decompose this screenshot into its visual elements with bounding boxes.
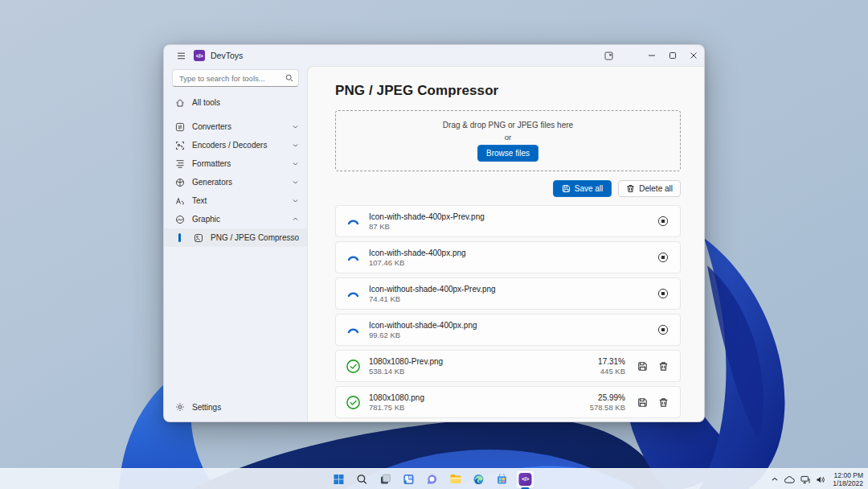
widgets-icon[interactable] xyxy=(399,471,417,488)
delete-file-button[interactable] xyxy=(654,393,672,411)
devtoys-glyph: </> xyxy=(518,473,531,486)
cancel-compression-button[interactable] xyxy=(654,212,672,230)
trash-icon xyxy=(626,184,635,193)
taskbar-clock[interactable]: 12:00 PM 1/18/2022 xyxy=(831,471,863,487)
file-size: 538.14 KB xyxy=(369,367,598,376)
network-icon[interactable] xyxy=(800,475,810,484)
sidebar: All tools Converters Encoders / Decoders xyxy=(164,66,307,421)
cancel-compression-button[interactable] xyxy=(654,249,672,266)
onedrive-icon[interactable] xyxy=(784,476,795,483)
save-all-button[interactable]: Save all xyxy=(553,180,612,197)
file-row: Icon-with-shade-400px-Prev.png 87 KB xyxy=(335,205,681,237)
progress-ring-icon xyxy=(346,250,361,265)
file-size: 781.75 KB xyxy=(369,403,590,413)
formatters-icon xyxy=(174,158,185,169)
compression-percent: 17.31% xyxy=(598,356,625,367)
hamburger-menu-icon[interactable] xyxy=(173,47,189,64)
chat-icon[interactable] xyxy=(423,471,440,488)
sidebar-item-text[interactable]: Text xyxy=(164,191,307,210)
progress-ring-icon xyxy=(346,323,361,338)
edge-icon[interactable] xyxy=(469,471,487,488)
devtoys-taskbar-icon[interactable]: </> xyxy=(516,471,534,488)
task-view-icon[interactable] xyxy=(376,471,394,488)
compact-overlay-icon[interactable] xyxy=(598,46,619,65)
encoders-decoders-icon xyxy=(174,140,185,150)
file-name: Icon-without-shade-400px.png xyxy=(369,320,654,331)
save-file-button[interactable] xyxy=(633,393,651,411)
tray-chevron-up-icon[interactable] xyxy=(771,475,779,483)
file-size: 74.41 KB xyxy=(369,294,654,304)
save-file-button[interactable] xyxy=(633,357,651,375)
file-row: 1080x1080.png 781.75 KB 25.99% 578.58 KB xyxy=(335,386,681,418)
window-title: DevToys xyxy=(211,51,243,60)
sidebar-item-formatters[interactable]: Formatters xyxy=(164,154,307,173)
progress-ring-icon xyxy=(346,214,361,229)
maximize-button[interactable] xyxy=(662,46,683,65)
file-size: 99.62 KB xyxy=(369,331,654,340)
list-actions: Save all Delete all xyxy=(335,180,681,197)
sidebar-item-encoders-decoders[interactable]: Encoders / Decoders xyxy=(164,136,307,154)
save-icon xyxy=(562,184,571,193)
page-title: PNG / JPEG Compressor xyxy=(335,83,678,99)
content-pane: PNG / JPEG Compressor Drag & drop PNG or… xyxy=(307,66,704,421)
cancel-compression-button[interactable] xyxy=(654,321,672,339)
file-explorer-icon[interactable] xyxy=(446,471,464,488)
text-icon xyxy=(174,195,185,206)
file-name: Icon-with-shade-400px.png xyxy=(369,248,654,258)
sidebar-item-converters[interactable]: Converters xyxy=(164,117,307,136)
file-size: 107.46 KB xyxy=(369,258,654,268)
gear-icon xyxy=(174,402,185,413)
file-size: 87 KB xyxy=(369,222,654,232)
converters-icon xyxy=(174,121,185,132)
clock-date: 1/18/2022 xyxy=(833,479,863,487)
compressed-size: 445 KB xyxy=(598,367,625,376)
browse-files-button[interactable]: Browse files xyxy=(477,145,538,162)
titlebar: </> DevToys xyxy=(164,45,704,66)
chevron-down-icon xyxy=(292,197,299,204)
devtoys-app-icon: </> xyxy=(194,50,205,61)
devtoys-window: </> DevToys xyxy=(163,44,705,422)
sidebar-item-all-tools[interactable]: All tools xyxy=(164,93,307,112)
clock-time: 12:00 PM xyxy=(833,471,863,479)
sidebar-item-png-jpeg-compressor[interactable]: PNG / JPEG Compressor xyxy=(164,228,307,247)
dropzone-or-text: or xyxy=(505,133,511,142)
sidebar-item-settings[interactable]: Settings xyxy=(164,397,307,417)
taskbar: </> 12:00 PM 1/18/2022 xyxy=(0,468,868,489)
success-check-icon xyxy=(346,395,361,410)
progress-ring-icon xyxy=(346,286,361,302)
search-taskbar-icon[interactable] xyxy=(353,471,371,488)
delete-all-button[interactable]: Delete all xyxy=(618,180,681,197)
volume-icon[interactable] xyxy=(816,475,825,484)
file-row: Icon-with-shade-400px.png 107.46 KB xyxy=(335,241,681,273)
chevron-down-icon xyxy=(292,160,299,167)
image-compressor-icon xyxy=(193,232,203,243)
search-box[interactable] xyxy=(172,69,299,87)
file-list: Icon-with-shade-400px-Prev.png 87 KB Ico… xyxy=(335,205,681,418)
file-row: Icon-without-shade-400px.png 99.62 KB xyxy=(335,314,681,346)
home-icon xyxy=(174,97,185,108)
file-row: Icon-without-shade-400px-Prev.png 74.41 … xyxy=(335,277,681,310)
file-row: 1080x1080-Prev.png 538.14 KB 17.31% 445 … xyxy=(335,350,681,382)
sidebar-item-generators[interactable]: Generators xyxy=(164,173,307,191)
success-check-icon xyxy=(346,359,361,374)
delete-file-button[interactable] xyxy=(654,357,672,375)
system-tray: 12:00 PM 1/18/2022 xyxy=(771,469,863,489)
file-dropzone[interactable]: Drag & drop PNG or JPEG files here or Br… xyxy=(335,110,681,171)
sidebar-nav: All tools Converters Encoders / Decoders xyxy=(164,93,307,397)
start-button[interactable] xyxy=(330,471,347,488)
chevron-up-icon xyxy=(292,216,299,223)
search-icon xyxy=(285,74,293,82)
dropzone-text: Drag & drop PNG or JPEG files here xyxy=(443,121,573,129)
search-input[interactable] xyxy=(179,74,285,83)
compressed-size: 578.58 KB xyxy=(590,403,625,413)
file-name: 1080x1080.png xyxy=(369,392,590,403)
chevron-down-icon xyxy=(292,179,299,186)
file-name: 1080x1080-Prev.png xyxy=(369,356,598,367)
sidebar-item-graphic[interactable]: Graphic xyxy=(164,210,307,228)
file-name: Icon-without-shade-400px-Prev.png xyxy=(369,284,654,294)
minimize-button[interactable] xyxy=(641,46,662,65)
cancel-compression-button[interactable] xyxy=(654,285,672,302)
chevron-down-icon xyxy=(292,123,299,130)
close-button[interactable] xyxy=(683,46,704,65)
store-icon[interactable] xyxy=(493,471,510,488)
